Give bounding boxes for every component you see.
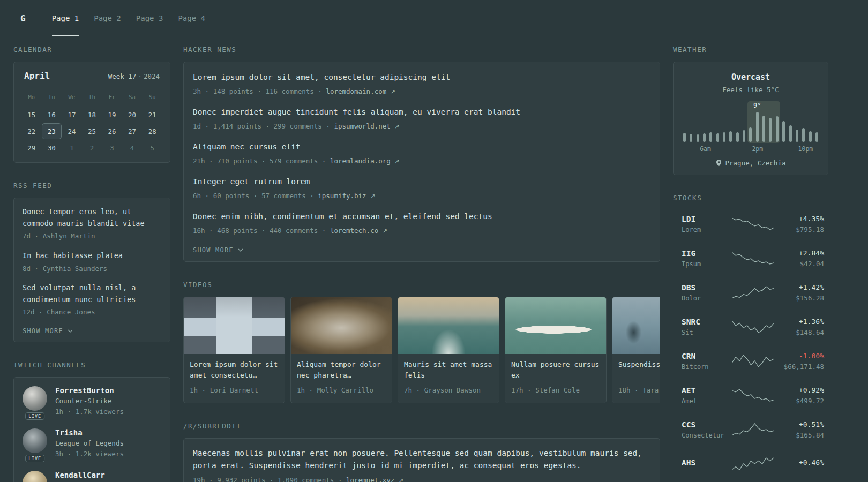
live-badge: LIVE <box>25 455 44 462</box>
app-logo[interactable]: G <box>20 13 38 24</box>
right-column: WEATHER Overcast Feels like 5°C 9° 6am2p… <box>673 46 828 482</box>
rss-headline[interactable]: Sed volutpat nulla nisl, a condimentum n… <box>23 282 161 305</box>
rss-show-more-button[interactable]: SHOW MORE <box>23 327 73 335</box>
stock-identity: DBS Dolor <box>682 283 732 302</box>
stock-identity: IIG Ipsum <box>682 249 732 268</box>
stock-row[interactable]: DBS Dolor +1.42% $156.28 <box>673 278 828 306</box>
video-thumbnail[interactable] <box>398 297 499 354</box>
calendar-day[interactable]: 29 <box>21 140 42 156</box>
calendar-day-header: Tu <box>42 94 62 100</box>
subreddit-post-text[interactable]: Maecenas mollis pulvinar erat non posuer… <box>193 447 650 472</box>
calendar-day[interactable]: 4 <box>122 140 143 156</box>
hacker-news-headline[interactable]: Lorem ipsum dolor sit amet, consectetur … <box>193 71 650 84</box>
chevron-down-icon <box>238 248 243 252</box>
video-thumbnail[interactable] <box>612 297 660 354</box>
hacker-news-domain-link[interactable]: loremtech.co ↗ <box>330 227 387 235</box>
calendar-day-header: Fr <box>102 94 122 100</box>
stock-change: -1.00% <box>774 352 824 360</box>
video-card[interactable]: Lorem ipsum dolor sit amet consectetu… 1… <box>183 297 285 403</box>
stock-row[interactable]: IIG Ipsum +2.84% $42.04 <box>673 244 828 272</box>
calendar-day[interactable]: 24 <box>62 123 82 139</box>
calendar-day[interactable]: 28 <box>142 123 162 139</box>
twitch-channel-row[interactable]: LIVE Trisha League of Legends 3h · 1.2k … <box>23 428 161 460</box>
video-card[interactable]: Suspendisse diam 18h · Tara <box>612 297 660 403</box>
hacker-news-headline[interactable]: Integer eget rutrum lorem <box>193 176 650 188</box>
twitch-channel-name[interactable]: ForrestBurton <box>55 386 124 395</box>
calendar-day[interactable]: 17 <box>62 107 82 123</box>
twitch-avatar-wrap: LIVE <box>23 386 47 417</box>
stock-row[interactable]: AET Amet +0.92% $499.72 <box>673 381 828 409</box>
twitch-channel-name[interactable]: KendallCarr <box>55 471 105 479</box>
video-thumbnail[interactable] <box>505 297 606 354</box>
weather-bar <box>743 130 745 142</box>
hacker-news-headline[interactable]: Aliquam nec cursus elit <box>193 141 650 153</box>
stock-row[interactable]: CRN Bitcorn -1.00% $66,171.48 <box>673 347 828 375</box>
hacker-news-domain-link[interactable]: loremlandia.org ↗ <box>330 157 400 165</box>
tab-page-1[interactable]: Page 1 <box>52 0 79 36</box>
hacker-news-meta: 6h · 60 points · 57 comments · ipsumify.… <box>193 191 650 201</box>
calendar-day[interactable]: 16 <box>42 107 62 123</box>
stock-sparkline <box>732 423 774 436</box>
tab-page-3[interactable]: Page 3 <box>136 0 163 36</box>
tab-page-2[interactable]: Page 2 <box>94 0 121 36</box>
calendar-day[interactable]: 1 <box>62 140 82 156</box>
weather-bar <box>716 133 719 142</box>
video-title[interactable]: Mauris sit amet massa felis <box>404 359 493 381</box>
calendar-day[interactable]: 22 <box>21 123 42 139</box>
rss-headline[interactable]: In hac habitasse platea <box>23 250 161 262</box>
twitch-channel-name[interactable]: Trisha <box>55 428 124 437</box>
calendar-day[interactable]: 27 <box>122 123 143 139</box>
calendar-day[interactable]: 2 <box>82 140 102 156</box>
rss-widget: RSS FEED Donec tempor eros leo, ut commo… <box>13 182 170 342</box>
calendar-day[interactable]: 15 <box>21 107 42 123</box>
calendar-day[interactable]: 25 <box>82 123 102 139</box>
calendar-day[interactable]: 20 <box>122 107 143 123</box>
calendar-day[interactable]: 3 <box>102 140 122 156</box>
sparkline-chart <box>732 423 774 436</box>
hacker-news-show-more-button[interactable]: SHOW MORE <box>193 246 243 254</box>
hacker-news-headline[interactable]: Donec enim nibh, condimentum et accumsan… <box>193 210 650 223</box>
weather-bar <box>815 132 818 142</box>
subreddit-domain-link[interactable]: loremnet.xyz ↗ <box>346 476 403 482</box>
videos-widget: VIDEOS Lorem ipsum dolor sit amet consec… <box>183 281 660 403</box>
twitch-channel-list: LIVE ForrestBurton Counter-Strike 1h · 1… <box>23 386 161 482</box>
video-card[interactable]: Aliquam tempor dolor nec pharetra… 1h · … <box>290 297 392 403</box>
video-title[interactable]: Aliquam tempor dolor nec pharetra… <box>297 359 386 381</box>
calendar-day[interactable]: 26 <box>102 123 122 139</box>
subreddit-domain-text: loremnet.xyz <box>346 476 394 482</box>
stock-row[interactable]: SNRC Sit +1.36% $148.64 <box>673 313 828 341</box>
rss-headline[interactable]: Donec tempor eros leo, ut commodo mauris… <box>23 206 161 229</box>
calendar-day[interactable]: 18 <box>82 107 102 123</box>
video-thumbnail[interactable] <box>291 297 392 354</box>
video-title[interactable]: Lorem ipsum dolor sit amet consectetu… <box>190 359 279 381</box>
stock-identity: LDI Lorem <box>682 215 732 234</box>
calendar-day-selected[interactable]: 23 <box>42 123 62 139</box>
calendar-day[interactable]: 19 <box>102 107 122 123</box>
avatar <box>23 386 47 411</box>
stock-values: +0.92% $499.72 <box>774 386 824 405</box>
calendar-day[interactable]: 30 <box>42 140 62 156</box>
middle-column: HACKER NEWS Lorem ipsum dolor sit amet, … <box>183 46 660 482</box>
stock-row[interactable]: CCS Consectetur +0.51% $165.84 <box>673 416 828 443</box>
tab-page-4[interactable]: Page 4 <box>178 0 205 36</box>
hacker-news-domain-link[interactable]: ipsumworld.net ↗ <box>334 122 399 130</box>
hacker-news-domain-link[interactable]: ipsumify.biz ↗ <box>318 192 375 200</box>
stock-price: $156.28 <box>774 294 824 302</box>
video-title[interactable]: Nullam posuere cursus ex <box>511 359 600 381</box>
stock-row[interactable]: AHS +0.46% <box>673 450 828 478</box>
separator-dot: · <box>138 72 142 80</box>
twitch-channel-row[interactable]: LIVE ForrestBurton Counter-Strike 1h · 1… <box>23 386 161 417</box>
stock-values: +0.46% <box>774 458 824 469</box>
hacker-news-item: Donec enim nibh, condimentum et accumsan… <box>193 210 650 236</box>
hacker-news-headline[interactable]: Donec imperdiet augue tincidunt felis al… <box>193 106 650 118</box>
video-card[interactable]: Nullam posuere cursus ex 17h · Stefan Co… <box>505 297 607 403</box>
video-thumbnail[interactable] <box>184 297 285 354</box>
stock-row[interactable]: LDI Lorem +4.35% $795.18 <box>673 210 828 238</box>
twitch-channel-row[interactable]: KendallCarr <box>23 471 161 482</box>
video-title[interactable]: Suspendisse diam <box>618 359 660 381</box>
video-card[interactable]: Mauris sit amet massa felis 7h · Grayson… <box>398 297 499 403</box>
hacker-news-domain-link[interactable]: loremdomain.com ↗ <box>326 87 395 95</box>
calendar-day[interactable]: 21 <box>142 107 162 123</box>
twitch-card: LIVE ForrestBurton Counter-Strike 1h · 1… <box>13 377 170 482</box>
calendar-day[interactable]: 5 <box>142 140 162 156</box>
